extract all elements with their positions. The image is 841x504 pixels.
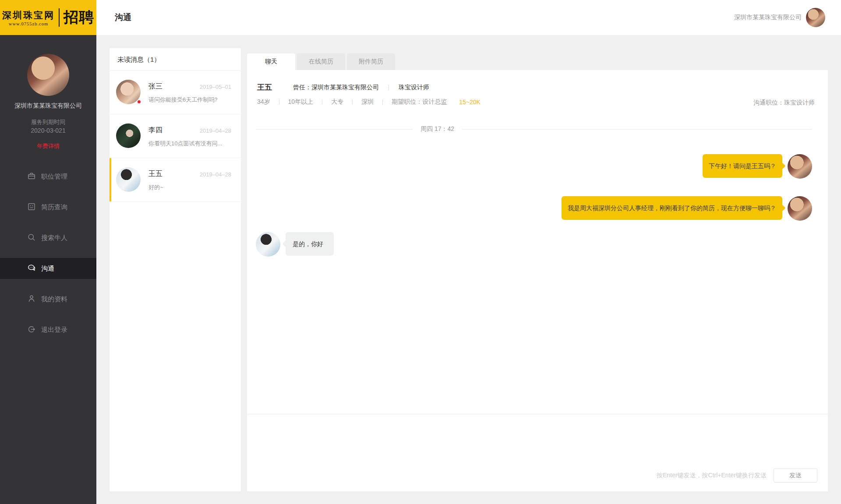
page-title: 沟通 <box>115 0 131 35</box>
main-content: 未读消息（1） 张三 2019–05–01 请问你能接受6天工作制吗? 李四 2… <box>96 35 841 504</box>
unread-badge <box>137 99 141 104</box>
time-divider: 周四 17：42 <box>256 125 812 133</box>
chat-tabs: 聊天 在线简历 附件简历 <box>247 48 828 70</box>
tab-attachment-resume[interactable]: 附件简历 <box>347 53 395 70</box>
candidate-education: 大专 <box>331 98 343 106</box>
sidebar-item-label: 我的资料 <box>41 295 67 303</box>
send-button[interactable]: 发送 <box>774 469 817 483</box>
sidebar-item-label: 搜索牛人 <box>41 234 67 242</box>
message-date: 2019–04–28 <box>200 127 231 134</box>
message-date: 2019–05–01 <box>200 84 231 90</box>
divider <box>352 99 353 105</box>
candidate-former-title: 珠宝设计师 <box>399 84 429 92</box>
sender-avatar <box>256 232 280 257</box>
site-logo[interactable]: 深圳珠宝网 www.0755zb.com 招聘 <box>0 0 96 35</box>
topbar-user-avatar[interactable] <box>806 8 825 27</box>
message-date: 2019–04–28 <box>200 171 231 178</box>
sidebar-company-avatar <box>27 54 69 96</box>
resume-icon <box>27 202 36 212</box>
chat-icon <box>27 264 36 274</box>
sender-avatar <box>788 196 812 221</box>
message-bubble: 是的，你好 <box>286 232 334 256</box>
contact-avatar <box>116 167 141 192</box>
search-icon <box>27 233 36 243</box>
unread-messages-header: 未读消息（1） <box>110 48 241 70</box>
tab-online-resume[interactable]: 在线简历 <box>297 53 345 70</box>
candidate-expected-position: 期望职位：设计总监 <box>392 98 447 106</box>
candidate-name: 王五 <box>257 82 272 92</box>
topbar-company-name: 深圳市某某珠宝有限公司 <box>734 14 802 21</box>
list-item-lisi[interactable]: 李四 2019–04–28 你看明天10点面试有没有问... <box>110 114 241 158</box>
sidebar-item-communication[interactable]: 沟通 <box>0 258 96 279</box>
divider <box>389 85 389 91</box>
briefcase-icon <box>27 172 36 182</box>
communication-position: 沟通职位：珠宝设计师 <box>753 99 815 107</box>
divider-line <box>462 129 812 130</box>
logo-divider <box>59 8 60 27</box>
contact-name: 王五 <box>148 169 163 179</box>
logo-site-name: 深圳珠宝网 <box>2 9 55 21</box>
sidebar-item-search-talent[interactable]: 搜索牛人 <box>0 227 96 248</box>
candidate-experience: 10年以上 <box>288 98 314 106</box>
candidate-salary: 15~20K <box>459 99 481 106</box>
send-shortcut-hint: 按Enter键发送，按Ctrl+Enter键换行发送 <box>657 472 767 479</box>
sender-avatar <box>788 154 812 179</box>
chat-message-area: 周四 17：42 下午好！请问是王五吗？ 我是周大福深圳分公司人事经理，刚刚看到… <box>247 106 828 414</box>
sidebar-item-label: 简历查询 <box>41 203 67 211</box>
candidate-age: 34岁 <box>257 98 270 106</box>
logout-icon <box>27 325 36 335</box>
sidebar-item-job-management[interactable]: 职位管理 <box>0 166 96 187</box>
contact-name: 张三 <box>148 82 163 91</box>
sidebar: 深圳市某某珠宝有限公司 服务到期时间 2020-03-021 年费详情 职位管理… <box>0 35 96 504</box>
list-item-zhangsan[interactable]: 张三 2019–05–01 请问你能接受6天工作制吗? <box>110 70 241 114</box>
service-expiry-label: 服务到期时间 <box>0 118 96 126</box>
logo-text-block: 深圳珠宝网 www.0755zb.com <box>2 9 55 26</box>
contact-avatar <box>116 123 141 148</box>
candidate-former-company: 曾任：深圳市某某珠宝有限公司 <box>293 84 379 92</box>
message-bubble: 我是周大福深圳分公司人事经理，刚刚看到了你的简历，现在方便聊一聊吗？ <box>562 196 782 220</box>
user-icon <box>27 294 36 304</box>
logo-site-url: www.0755zb.com <box>2 21 55 26</box>
message-bubble: 下午好！请问是王五吗？ <box>703 154 782 178</box>
sidebar-menu: 职位管理 简历查询 搜索牛人 <box>0 166 96 350</box>
divider <box>382 99 383 105</box>
divider-line <box>256 129 413 130</box>
chat-message-incoming: 是的，你好 <box>256 232 812 257</box>
message-list-panel: 未读消息（1） 张三 2019–05–01 请问你能接受6天工作制吗? 李四 2… <box>110 48 241 491</box>
chat-column: 聊天 在线简历 附件简历 王五 曾任：深圳市某某珠宝有限公司 珠宝设计师 34岁… <box>247 48 828 491</box>
divider <box>322 99 322 105</box>
message-input-area: 按Enter键发送，按Ctrl+Enter键换行发送 发送 <box>247 414 828 491</box>
chat-panel: 王五 曾任：深圳市某某珠宝有限公司 珠宝设计师 34岁 10年以上 大专 深圳 … <box>247 70 828 491</box>
sidebar-item-resume-query[interactable]: 简历查询 <box>0 197 96 218</box>
list-item-wangwu[interactable]: 王五 2019–04–28 好的~ <box>110 158 241 202</box>
sidebar-company-name: 深圳市某某珠宝有限公司 <box>0 102 96 110</box>
logo-badge: 招聘 <box>64 7 94 28</box>
chat-message-outgoing: 我是周大福深圳分公司人事经理，刚刚看到了你的简历，现在方便聊一聊吗？ <box>256 196 812 221</box>
service-expiry-date: 2020-03-021 <box>0 127 96 134</box>
message-input[interactable] <box>258 419 817 459</box>
sidebar-item-my-profile[interactable]: 我的资料 <box>0 289 96 310</box>
message-preview: 好的~ <box>148 183 234 191</box>
message-preview: 请问你能接受6天工作制吗? <box>148 96 234 104</box>
divider <box>279 99 279 105</box>
time-divider-text: 周四 17：42 <box>413 125 462 133</box>
tab-chat[interactable]: 聊天 <box>247 53 295 70</box>
sidebar-item-label: 沟通 <box>41 264 54 273</box>
contact-name: 李四 <box>148 126 163 135</box>
message-preview: 你看明天10点面试有没有问... <box>148 140 234 148</box>
sidebar-item-label: 退出登录 <box>41 326 67 334</box>
annual-fee-link[interactable]: 年费详情 <box>0 142 96 150</box>
sidebar-item-logout[interactable]: 退出登录 <box>0 319 96 340</box>
topbar: 深圳珠宝网 www.0755zb.com 招聘 沟通 深圳市某某珠宝有限公司 <box>0 0 841 35</box>
candidate-info: 王五 曾任：深圳市某某珠宝有限公司 珠宝设计师 34岁 10年以上 大专 深圳 … <box>247 70 828 106</box>
candidate-city: 深圳 <box>361 98 374 106</box>
chat-message-outgoing: 下午好！请问是王五吗？ <box>256 154 812 179</box>
sidebar-item-label: 职位管理 <box>41 173 67 181</box>
